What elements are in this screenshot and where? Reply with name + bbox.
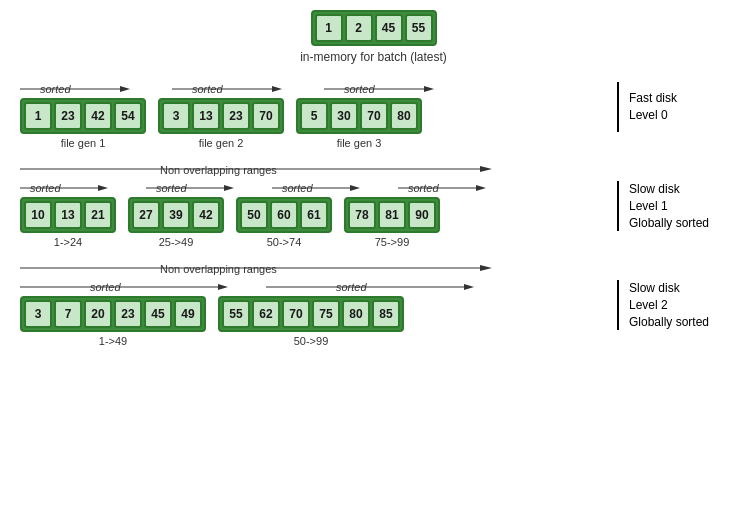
- level2-label-text: Slow diskLevel 2Globally sorted: [629, 280, 709, 330]
- level1-nonoverlap: Non overlapping ranges: [20, 161, 727, 177]
- sorted-arrow-gen3-svg: sorted: [324, 82, 440, 96]
- level1-file3: 50 60 61 50->74: [236, 197, 332, 248]
- inmemory-num-2: 2: [345, 14, 373, 42]
- level0-file2-label: file gen 2: [199, 137, 244, 149]
- level2-groups: 3 7 20 23 45 49 1->49 55 62: [20, 296, 612, 347]
- svg-marker-31: [464, 284, 474, 290]
- svg-text:sorted: sorted: [90, 281, 121, 293]
- n1-2-1: 27: [132, 201, 160, 229]
- sorted-arrow-l1-3: sorted: [272, 181, 362, 195]
- svg-marker-1: [120, 86, 130, 92]
- n1-4-3: 90: [408, 201, 436, 229]
- sorted-arrow-gen2-svg: sorted: [172, 82, 288, 96]
- level2-row: sorted sorted: [20, 280, 727, 347]
- n0-3-4: 80: [390, 102, 418, 130]
- n2-2-6: 85: [372, 300, 400, 328]
- n0-3-1: 5: [300, 102, 328, 130]
- level2-file2: 55 62 70 75 80 85 50->99: [218, 296, 404, 347]
- level2-file2-container: 55 62 70 75 80 85: [218, 296, 404, 332]
- level0-file1: 1 23 42 54 file gen 1: [20, 98, 146, 149]
- n0-1-3: 42: [84, 102, 112, 130]
- sorted-arrow-l1-4-svg: sorted: [398, 181, 488, 195]
- svg-text:Non overlapping ranges: Non overlapping ranges: [160, 164, 277, 176]
- n1-1-1: 10: [24, 201, 52, 229]
- n0-1-1: 1: [24, 102, 52, 130]
- n1-3-2: 60: [270, 201, 298, 229]
- sorted-arrow-gen1: sorted: [20, 82, 136, 96]
- n0-2-1: 3: [162, 102, 190, 130]
- sorted-arrow-l1-1: sorted: [20, 181, 110, 195]
- svg-text:sorted: sorted: [156, 182, 187, 194]
- n2-1-2: 7: [54, 300, 82, 328]
- level1-file2-label: 25->49: [159, 236, 194, 248]
- n0-2-2: 13: [192, 102, 220, 130]
- n1-4-1: 78: [348, 201, 376, 229]
- level1-sorted-arrows: sorted sorted: [20, 181, 612, 195]
- n1-2-2: 39: [162, 201, 190, 229]
- svg-text:Non overlapping ranges: Non overlapping ranges: [160, 263, 277, 275]
- n2-1-5: 45: [144, 300, 172, 328]
- level0-file2: 3 13 23 70 file gen 2: [158, 98, 284, 149]
- level1-label-text: Slow diskLevel 1Globally sorted: [629, 181, 709, 231]
- level0-row: sorted sorted: [20, 82, 727, 149]
- sorted-arrow-gen2: sorted: [172, 82, 288, 96]
- svg-marker-19: [350, 185, 360, 191]
- level2-file1-label: 1->49: [99, 335, 127, 347]
- sorted-arrow-l1-2: sorted: [146, 181, 236, 195]
- level1-file2: 27 39 42 25->49: [128, 197, 224, 248]
- svg-text:sorted: sorted: [282, 182, 313, 194]
- level0-label: Fast diskLevel 0: [617, 82, 727, 132]
- n2-2-5: 80: [342, 300, 370, 328]
- n2-1-6: 49: [174, 300, 202, 328]
- level2-section: Non overlapping ranges sorted: [20, 260, 727, 347]
- svg-marker-22: [476, 185, 486, 191]
- sorted-arrow-l1-1-svg: sorted: [20, 181, 110, 195]
- level0-file2-container: 3 13 23 70: [158, 98, 284, 134]
- level0-label-text: Fast diskLevel 0: [629, 90, 677, 124]
- n2-2-1: 55: [222, 300, 250, 328]
- level2-file1-container: 3 7 20 23 45 49: [20, 296, 206, 332]
- inmemory-container: 1 2 45 55: [311, 10, 437, 46]
- sorted-arrow-l2-2: sorted: [266, 280, 476, 294]
- level1-row: sorted sorted: [20, 181, 727, 248]
- level0-section: sorted sorted: [20, 82, 727, 149]
- level0-file3-label: file gen 3: [337, 137, 382, 149]
- inmemory-num-1: 1: [315, 14, 343, 42]
- svg-text:sorted: sorted: [408, 182, 439, 194]
- n1-2-3: 42: [192, 201, 220, 229]
- level2-nonoverlap: Non overlapping ranges: [20, 260, 727, 276]
- sorted-arrow-gen1-svg: sorted: [20, 82, 136, 96]
- svg-marker-25: [480, 265, 492, 271]
- svg-text:sorted: sorted: [192, 83, 223, 95]
- level2-nonoverlap-svg: Non overlapping ranges: [20, 260, 510, 276]
- level1-file3-label: 50->74: [267, 236, 302, 248]
- svg-text:sorted: sorted: [40, 83, 71, 95]
- level0-file3-container: 5 30 70 80: [296, 98, 422, 134]
- level1-file1-container: 10 13 21: [20, 197, 116, 233]
- n1-1-3: 21: [84, 201, 112, 229]
- svg-text:sorted: sorted: [344, 83, 375, 95]
- n2-2-2: 62: [252, 300, 280, 328]
- level1-label: Slow diskLevel 1Globally sorted: [617, 181, 727, 231]
- svg-marker-16: [224, 185, 234, 191]
- level0-file3: 5 30 70 80 file gen 3: [296, 98, 422, 149]
- inmemory-num-3: 45: [375, 14, 403, 42]
- level2-sorted-arrows: sorted sorted: [20, 280, 612, 294]
- level1-file3-container: 50 60 61: [236, 197, 332, 233]
- n1-1-2: 13: [54, 201, 82, 229]
- level2-files-area: sorted sorted: [20, 280, 612, 347]
- n2-1-1: 3: [24, 300, 52, 328]
- sorted-arrow-l2-1-svg: sorted: [20, 280, 230, 294]
- sorted-arrow-gen3: sorted: [324, 82, 440, 96]
- level0-groups: 1 23 42 54 file gen 1 3 13 23 7: [20, 98, 612, 149]
- n0-2-4: 70: [252, 102, 280, 130]
- svg-marker-7: [424, 86, 434, 92]
- inmemory-section: 1 2 45 55 in-memory for batch (latest): [20, 10, 727, 64]
- svg-marker-13: [98, 185, 108, 191]
- inmemory-num-4: 55: [405, 14, 433, 42]
- level1-file4: 78 81 90 75->99: [344, 197, 440, 248]
- n1-4-2: 81: [378, 201, 406, 229]
- level1-file2-container: 27 39 42: [128, 197, 224, 233]
- level1-file1: 10 13 21 1->24: [20, 197, 116, 248]
- n2-2-3: 70: [282, 300, 310, 328]
